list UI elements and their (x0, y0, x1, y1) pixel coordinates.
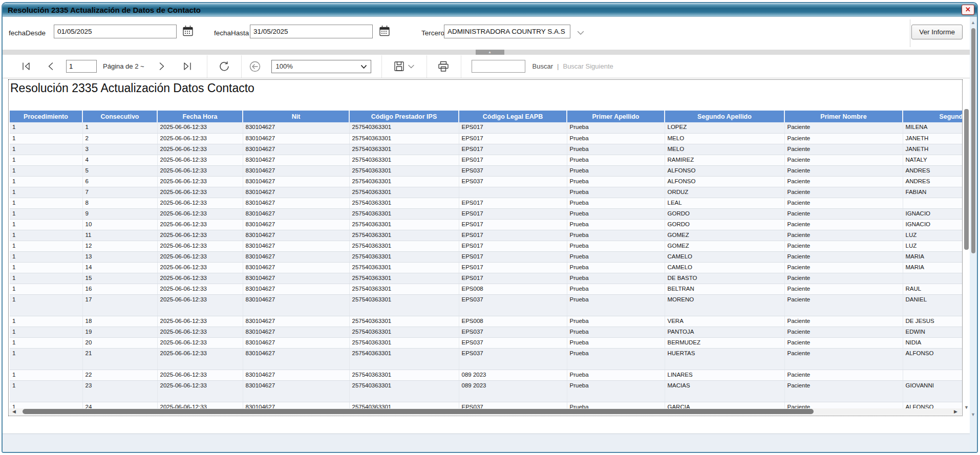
toolbar-divider (241, 55, 242, 78)
scroll-down-icon[interactable]: ▼ (971, 412, 975, 417)
table-cell: Prueba (567, 251, 665, 262)
table-cell: GORDO (665, 219, 784, 230)
window-vertical-scrollbar[interactable]: ▲ ▼ (970, 17, 977, 452)
table-cell: 2025-06-06-12:33 (157, 316, 243, 327)
column-header: Primer Nombre (784, 111, 903, 122)
last-page-icon[interactable] (182, 62, 193, 71)
print-icon[interactable] (437, 60, 450, 73)
chevron-down-icon[interactable] (577, 29, 584, 37)
table-cell: RAMIREZ (665, 155, 784, 165)
window-vertical-scrollbar-thumb[interactable] (971, 28, 975, 253)
first-page-icon[interactable] (21, 62, 31, 71)
table-cell: ORDUZ (665, 187, 784, 198)
table-cell: 2025-06-06-12:33 (157, 133, 243, 144)
buscar-siguiente-link[interactable]: Buscar Siguiente (563, 62, 613, 70)
table-cell: 1 (10, 348, 82, 370)
table-cell: MILENA (903, 122, 962, 133)
scroll-left-icon[interactable]: ◀ (12, 409, 16, 414)
current-page-input[interactable] (66, 60, 97, 73)
table-row: 122025-06-06-12:33830104627257540363301E… (10, 133, 962, 144)
export-save-icon[interactable] (393, 60, 414, 72)
ver-informe-button[interactable]: Ver Informe (911, 25, 963, 39)
table-cell: Paciente (784, 198, 903, 208)
table-cell: EPS037 (459, 165, 567, 176)
table-cell: 257540363301 (349, 380, 459, 402)
report-window: Resolución 2335 Actualización de Datos d… (2, 2, 978, 453)
table-cell: BERMUDEZ (665, 337, 784, 348)
close-icon[interactable]: ✕ (962, 5, 974, 15)
table-cell: 7 (82, 187, 157, 198)
toolbar-divider (427, 55, 427, 78)
column-header: Código Prestador IPS (349, 111, 459, 122)
table-cell: 830104627 (243, 198, 349, 208)
table-row: 1122025-06-06-12:33830104627257540363301… (10, 241, 962, 251)
report-vertical-scrollbar[interactable]: ▼ (964, 109, 970, 416)
collapse-parameters-icon[interactable]: ▲ (476, 50, 504, 55)
table-cell: Prueba (567, 198, 665, 208)
table-cell: 12 (82, 241, 157, 251)
report-table: ProcedimientoConsecutivoFecha HoraNitCód… (10, 111, 962, 408)
table-cell: Paciente (784, 230, 903, 241)
fecha-desde-input[interactable] (54, 25, 177, 38)
back-to-parent-icon[interactable] (249, 60, 261, 73)
table-cell: Paciente (784, 165, 903, 176)
calendar-icon[interactable] (181, 25, 195, 38)
terceros-combobox[interactable]: ADMINISTRADORA COUNTRY S.A.S (444, 25, 570, 38)
table-cell: Prueba (567, 187, 665, 198)
table-cell: Paciente (784, 402, 903, 408)
table-cell: Prueba (567, 155, 665, 165)
previous-page-icon[interactable] (47, 62, 55, 71)
table-cell: 18 (82, 316, 157, 327)
page-total-label: Página de 2 ~ (103, 62, 144, 70)
buscar-separator: | (557, 62, 559, 70)
table-row: 162025-06-06-12:33830104627257540363301E… (10, 176, 962, 187)
horizontal-scrollbar[interactable]: ◀ ▶ (9, 408, 962, 415)
table-cell: Prueba (567, 230, 665, 241)
table-cell: 15 (82, 273, 157, 284)
table-cell: 257540363301 (349, 284, 459, 294)
table-cell: CAMELO (665, 251, 784, 262)
horizontal-scrollbar-thumb[interactable] (23, 409, 814, 414)
table-cell: GORDO (665, 208, 784, 219)
table-cell: 2025-06-06-12:33 (157, 230, 243, 241)
table-cell: 830104627 (243, 230, 349, 241)
table-cell: Prueba (567, 380, 665, 402)
scroll-right-icon[interactable]: ▶ (954, 409, 957, 414)
table-cell: LUZ (903, 241, 962, 251)
refresh-icon[interactable] (219, 61, 230, 72)
table-cell: ALFONSO (665, 176, 784, 187)
table-cell: 830104627 (243, 262, 349, 273)
table-cell: IGNACIO (903, 219, 962, 230)
table-cell: ANDRES (903, 165, 962, 176)
table-row: 132025-06-06-12:33830104627257540363301E… (10, 144, 962, 155)
scroll-up-icon[interactable]: ▲ (971, 20, 975, 25)
table-cell: Paciente (784, 241, 903, 251)
zoom-select[interactable]: 100% (271, 60, 371, 73)
table-cell: 830104627 (243, 348, 349, 370)
table-cell: 1 (10, 230, 82, 241)
table-row: 1132025-06-06-12:33830104627257540363301… (10, 251, 962, 262)
search-input[interactable] (472, 60, 525, 73)
table-cell: 830104627 (243, 273, 349, 284)
report-vertical-scrollbar-thumb[interactable] (964, 109, 969, 250)
table-cell: 2025-06-06-12:33 (157, 198, 243, 208)
table-cell: 2025-06-06-12:33 (157, 144, 243, 155)
table-cell: VERA (665, 316, 784, 327)
table-cell: 19 (82, 327, 157, 337)
table-cell: Paciente (784, 380, 903, 402)
table-cell: NATALY (903, 155, 962, 165)
table-row: 192025-06-06-12:33830104627257540363301E… (10, 208, 962, 219)
calendar-icon[interactable] (378, 25, 391, 38)
parameters-splitter: ▲ (3, 50, 977, 55)
table-cell: 8 (82, 198, 157, 208)
table-cell: 830104627 (243, 122, 349, 133)
buscar-link[interactable]: Buscar (532, 62, 553, 70)
table-cell: NIDIA (903, 337, 962, 348)
table-cell: 1 (10, 284, 82, 294)
next-page-icon[interactable] (158, 62, 166, 71)
fecha-hasta-input[interactable] (250, 25, 373, 38)
scroll-down-icon[interactable]: ▼ (964, 405, 969, 410)
table-cell: 1 (10, 370, 82, 380)
table-cell: Paciente (784, 327, 903, 337)
table-cell: Paciente (784, 187, 903, 198)
